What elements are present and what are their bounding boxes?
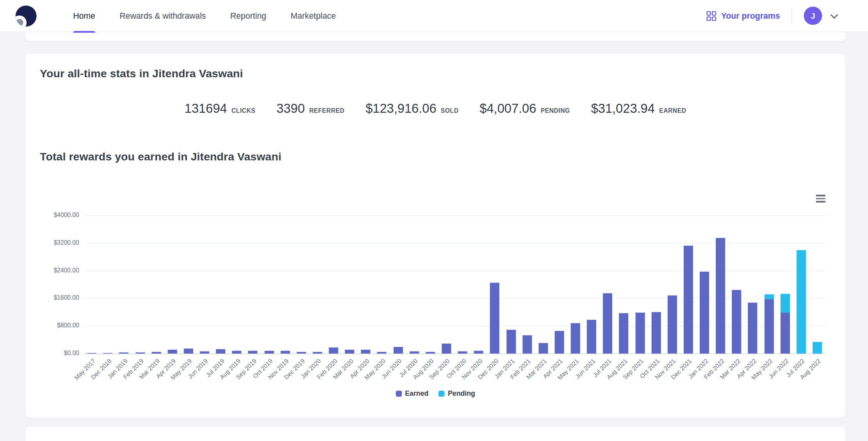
- bar-earned-aug-2020[interactable]: [426, 352, 435, 354]
- stats-title: Your all-time stats in Jitendra Vaswani: [40, 66, 243, 82]
- stat-value: $31,023.94: [591, 101, 655, 116]
- bar-earned-jun-2020[interactable]: [393, 347, 403, 354]
- bar-earned-apr-2020[interactable]: [361, 350, 371, 354]
- bar-earned-jan-2020[interactable]: [313, 352, 322, 354]
- stat-label: SOLD: [441, 107, 459, 114]
- bar-earned-sep-2020[interactable]: [442, 343, 451, 354]
- y-axis-label: $3200.00: [36, 239, 79, 245]
- bar-earned-feb-2022[interactable]: [716, 238, 725, 354]
- bar-earned-feb-2021[interactable]: [522, 335, 532, 354]
- chevron-down-icon[interactable]: [830, 11, 838, 19]
- bar-earned-jul-2019[interactable]: [216, 349, 225, 354]
- bar-earned-mar-2020[interactable]: [345, 350, 355, 354]
- stats-card: Your all-time stats in Jitendra Vaswani …: [25, 54, 845, 418]
- stat-clicks: 131694CLICKS: [185, 101, 256, 116]
- bar-earned-jan-2021[interactable]: [506, 330, 516, 354]
- bar-earned-oct-2020[interactable]: [458, 351, 467, 354]
- bar-earned-sep-2021[interactable]: [635, 313, 645, 354]
- bar-earned-feb-2019[interactable]: [135, 352, 145, 354]
- bar-earned-mar-2021[interactable]: [538, 343, 548, 353]
- gridline: [84, 270, 825, 271]
- gridline: [84, 298, 825, 299]
- bar-earned-mar-2022[interactable]: [732, 290, 741, 354]
- stats-row: 131694CLICKS3390REFERRED$123,916.06SOLD$…: [25, 101, 845, 116]
- nav-item-marketplace[interactable]: Marketplace: [291, 0, 336, 32]
- next-card: [25, 427, 845, 441]
- y-axis-label: $0.00: [36, 350, 79, 356]
- bar-earned-oct-2019[interactable]: [264, 350, 274, 354]
- y-axis-label: $2400.00: [36, 267, 79, 273]
- bar-earned-nov-2021[interactable]: [667, 295, 677, 354]
- gridline: [84, 326, 825, 326]
- bar-earned-mar-2019[interactable]: [151, 352, 161, 354]
- stat-sold: $123,916.06SOLD: [365, 101, 458, 116]
- bar-earned-aug-2021[interactable]: [619, 313, 629, 354]
- bar-earned-dec-2020[interactable]: [490, 283, 499, 354]
- bar-earned-oct-2021[interactable]: [651, 312, 661, 354]
- stat-value: 131694: [185, 101, 227, 116]
- bar-earned-apr-2021[interactable]: [554, 331, 564, 354]
- bar-earned-dec-2018[interactable]: [103, 353, 112, 354]
- stat-referred: 3390REFERRED: [276, 101, 344, 116]
- bar-earned-sep-2019[interactable]: [248, 350, 258, 354]
- bar-earned-jun-2022[interactable]: [781, 313, 790, 354]
- bar-pending-jun-2022[interactable]: [781, 294, 790, 313]
- stat-label: PENDING: [541, 107, 570, 114]
- user-avatar[interactable]: J: [804, 7, 822, 25]
- bar-earned-apr-2019[interactable]: [168, 350, 177, 354]
- bar-earned-jun-2021[interactable]: [587, 320, 596, 354]
- stat-label: EARNED: [659, 107, 686, 114]
- nav-links: HomeRewards & withdrawalsReportingMarket…: [73, 0, 336, 32]
- bar-earned-dec-2021[interactable]: [684, 245, 693, 353]
- nav-item-home[interactable]: Home: [73, 0, 95, 32]
- nav-item-rewards-withdrawals[interactable]: Rewards & withdrawals: [119, 0, 206, 32]
- chart-menu-icon[interactable]: [816, 195, 825, 204]
- bar-earned-may-2021[interactable]: [571, 323, 580, 354]
- stat-value: 3390: [276, 101, 305, 116]
- bar-earned-jul-2020[interactable]: [410, 351, 419, 354]
- bar-earned-nov-2019[interactable]: [280, 351, 290, 354]
- stat-value: $123,916.06: [365, 101, 436, 116]
- bar-earned-jan-2019[interactable]: [119, 353, 128, 354]
- bar-earned-nov-2020[interactable]: [474, 350, 483, 354]
- stat-earned: $31,023.94EARNED: [591, 101, 686, 116]
- brand-logo-icon[interactable]: [16, 5, 37, 26]
- your-programs-button[interactable]: Your programs: [706, 11, 780, 21]
- bar-earned-dec-2019[interactable]: [297, 352, 306, 354]
- y-axis-label: $1600.00: [36, 294, 79, 301]
- gridline: [84, 215, 825, 215]
- bar-earned-may-2022[interactable]: [764, 299, 774, 354]
- bar-pending-aug-2022[interactable]: [813, 342, 822, 354]
- stat-pending: $4,007.06PENDING: [479, 101, 570, 116]
- bar-pending-jul-2022[interactable]: [797, 250, 806, 354]
- bar-earned-may-2020[interactable]: [377, 352, 387, 354]
- stat-label: REFERRED: [309, 107, 344, 114]
- bar-earned-jun-2019[interactable]: [200, 351, 209, 354]
- previous-card-bottom: [25, 32, 845, 41]
- nav-item-reporting[interactable]: Reporting: [230, 0, 266, 32]
- nav-right: Your programs J: [706, 7, 837, 25]
- grid-icon: [706, 11, 716, 21]
- y-axis-label: $4000.00: [36, 212, 79, 218]
- y-axis-label: $800.00: [36, 322, 79, 329]
- stat-value: $4,007.06: [479, 101, 536, 116]
- gridline: [84, 354, 825, 354]
- stat-label: CLICKS: [232, 107, 255, 114]
- rewards-chart: EarnedPending $0.00$800.00$1600.00$2400.…: [25, 170, 845, 418]
- chart-plot-area: [84, 215, 825, 353]
- gridline: [84, 243, 825, 243]
- bar-earned-feb-2020[interactable]: [329, 347, 338, 353]
- bar-earned-jan-2022[interactable]: [700, 272, 709, 354]
- bar-earned-jul-2021[interactable]: [603, 293, 612, 354]
- chart-title: Total rewards you earned in Jitendra Vas…: [40, 149, 282, 164]
- bar-pending-may-2022[interactable]: [764, 294, 774, 299]
- bar-earned-may-2019[interactable]: [184, 349, 193, 353]
- app-root: HomeRewards & withdrawalsReportingMarket…: [0, 0, 868, 441]
- nav-divider: [791, 8, 792, 23]
- bar-earned-aug-2019[interactable]: [232, 350, 241, 354]
- bar-earned-may-2017[interactable]: [87, 353, 96, 354]
- bar-earned-apr-2022[interactable]: [748, 302, 757, 354]
- your-programs-label: Your programs: [721, 11, 780, 20]
- top-nav: HomeRewards & withdrawalsReportingMarket…: [0, 0, 868, 32]
